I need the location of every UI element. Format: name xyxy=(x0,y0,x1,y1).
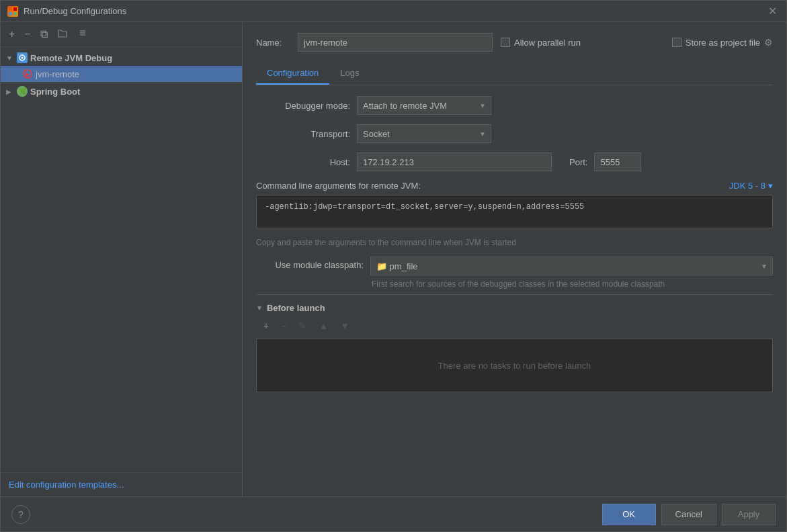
allow-parallel-checkbox[interactable] xyxy=(501,38,510,47)
cmd-label: Command line arguments for remote JVM: xyxy=(256,181,421,191)
tree-group-remote-jvm: ▼ Remote JVM Debug ▶ jvm xyxy=(1,50,242,82)
sidebar-item-jvm-remote[interactable]: ▶ jvm-remote xyxy=(1,66,242,82)
host-port-row: Host: Port: xyxy=(256,152,773,171)
dialog-footer: ? OK Cancel Apply xyxy=(1,496,786,531)
tree-parent-remote-jvm[interactable]: ▼ Remote JVM Debug xyxy=(1,50,242,66)
chevron-right-icon: ▶ xyxy=(6,88,14,95)
debugger-mode-label: Debugger mode: xyxy=(256,101,350,111)
remote-jvm-group-icon xyxy=(17,52,28,63)
svg-rect-0 xyxy=(9,7,12,11)
name-label: Name: xyxy=(256,38,290,48)
transport-row: Transport: Socket Shared memory xyxy=(256,124,773,143)
transport-select[interactable]: Socket Shared memory xyxy=(357,124,491,143)
before-launch-label: Before launch xyxy=(267,303,325,313)
jvm-remote-icon: ▶ xyxy=(22,69,33,79)
tab-content-configuration: Debugger mode: Attach to remote JVM List… xyxy=(256,85,773,496)
module-classpath-select-wrapper: 📁 pm_file xyxy=(370,257,773,275)
run-debug-configurations-dialog: Run/Debug Configurations ✕ + − ⧉ xyxy=(0,0,787,532)
dialog-icon xyxy=(7,6,18,17)
before-launch-down-button[interactable]: ▼ xyxy=(335,318,354,333)
svg-rect-3 xyxy=(13,12,17,15)
before-launch-content: There are no tasks to run before launch xyxy=(256,339,773,392)
tab-configuration[interactable]: Configuration xyxy=(256,62,329,85)
store-project-checkbox[interactable] xyxy=(672,38,681,47)
cmd-value-box: -agentlib:jdwp=transport=dt_socket,serve… xyxy=(256,195,773,228)
name-row: Name: Allow parallel run Store as projec… xyxy=(256,33,773,52)
jdk-selector[interactable]: JDK 5 - 8 ▾ xyxy=(729,181,773,191)
spring-boot-group-label: Spring Boot xyxy=(30,87,80,97)
remove-configuration-button[interactable]: − xyxy=(22,27,33,42)
transport-label: Transport: xyxy=(256,129,350,139)
dialog-title: Run/Debug Configurations xyxy=(24,6,126,16)
sidebar-toolbar: + − ⧉ xyxy=(1,22,242,47)
cancel-button[interactable]: Cancel xyxy=(661,504,716,525)
module-classpath-hint: First search for sources of the debugged… xyxy=(372,279,773,289)
title-bar: Run/Debug Configurations ✕ xyxy=(1,1,786,22)
port-label: Port: xyxy=(569,157,587,167)
svg-point-8 xyxy=(22,57,24,59)
no-tasks-label: There are no tasks to run before launch xyxy=(438,361,591,371)
tree-parent-spring-boot[interactable]: ▶ 🌿 Spring Boot xyxy=(1,83,242,99)
footer-right: OK Cancel Apply xyxy=(602,504,776,525)
before-launch-section: ▼ Before launch + − ✎ ▲ ▼ There are no t… xyxy=(256,294,773,392)
svg-rect-2 xyxy=(9,12,12,15)
copy-configuration-button[interactable]: ⧉ xyxy=(38,27,50,42)
allow-parallel-group: Allow parallel run xyxy=(501,38,581,48)
before-launch-remove-button[interactable]: − xyxy=(276,318,291,333)
sidebar-bottom: Edit configuration templates... xyxy=(1,472,242,496)
transport-select-wrapper: Socket Shared memory xyxy=(357,124,491,143)
spring-boot-icon: 🌿 xyxy=(17,86,28,97)
dialog-content: + − ⧉ xyxy=(1,22,786,496)
sidebar-tree: ▼ Remote JVM Debug ▶ jvm xyxy=(1,47,242,472)
folder-configuration-button[interactable] xyxy=(54,26,71,42)
debugger-mode-select[interactable]: Attach to remote JVM Listen to remote JV… xyxy=(357,96,491,115)
help-button[interactable]: ? xyxy=(11,505,30,524)
jvm-remote-label: jvm-remote xyxy=(36,69,79,79)
before-launch-add-button[interactable]: + xyxy=(259,318,274,333)
before-launch-edit-button[interactable]: ✎ xyxy=(294,318,311,333)
gear-icon[interactable]: ⚙ xyxy=(764,37,773,48)
store-project-group: Store as project file ⚙ xyxy=(672,37,773,48)
main-panel: Name: Allow parallel run Store as projec… xyxy=(243,22,786,496)
before-launch-collapse-arrow[interactable]: ▼ xyxy=(256,304,263,312)
cmd-hint: Copy and paste the arguments to the comm… xyxy=(256,238,773,247)
sort-configuration-button[interactable] xyxy=(75,26,91,42)
title-bar-left: Run/Debug Configurations xyxy=(7,6,126,17)
before-launch-toolbar: + − ✎ ▲ ▼ xyxy=(256,318,773,333)
port-input[interactable] xyxy=(594,152,641,171)
tree-group-spring-boot: ▶ 🌿 Spring Boot xyxy=(1,83,242,99)
module-classpath-row: Use module classpath: 📁 pm_file xyxy=(256,257,773,275)
debugger-mode-row: Debugger mode: Attach to remote JVM List… xyxy=(256,96,773,115)
edit-templates-link[interactable]: Edit configuration templates... xyxy=(9,480,124,490)
host-input[interactable] xyxy=(357,152,552,171)
footer-left: ? xyxy=(11,505,30,524)
sidebar: + − ⧉ xyxy=(1,22,243,496)
before-launch-header: ▼ Before launch xyxy=(256,303,773,313)
chevron-down-icon: ▼ xyxy=(6,54,14,62)
cmd-section: Command line arguments for remote JVM: J… xyxy=(256,181,773,228)
before-launch-up-button[interactable]: ▲ xyxy=(314,318,333,333)
tabs-row: Configuration Logs xyxy=(256,62,773,85)
add-configuration-button[interactable]: + xyxy=(6,27,17,42)
allow-parallel-label: Allow parallel run xyxy=(514,38,581,48)
ok-button[interactable]: OK xyxy=(602,504,656,525)
debug-run-icon: ▶ xyxy=(23,69,32,79)
svg-rect-1 xyxy=(13,7,17,11)
tab-logs[interactable]: Logs xyxy=(329,62,370,85)
close-button[interactable]: ✕ xyxy=(765,5,780,17)
cmd-header: Command line arguments for remote JVM: J… xyxy=(256,181,773,191)
store-project-label: Store as project file xyxy=(686,38,760,48)
module-classpath-label: Use module classpath: xyxy=(256,257,364,270)
module-classpath-select[interactable]: 📁 pm_file xyxy=(370,257,773,275)
name-input[interactable] xyxy=(298,33,493,52)
host-label: Host: xyxy=(256,157,350,167)
jdk-selector-label: JDK 5 - 8 xyxy=(729,181,765,191)
jdk-selector-arrow: ▾ xyxy=(768,181,773,191)
remote-jvm-group-label: Remote JVM Debug xyxy=(30,53,112,63)
debugger-mode-select-wrapper: Attach to remote JVM Listen to remote JV… xyxy=(357,96,491,115)
apply-button[interactable]: Apply xyxy=(722,504,776,525)
